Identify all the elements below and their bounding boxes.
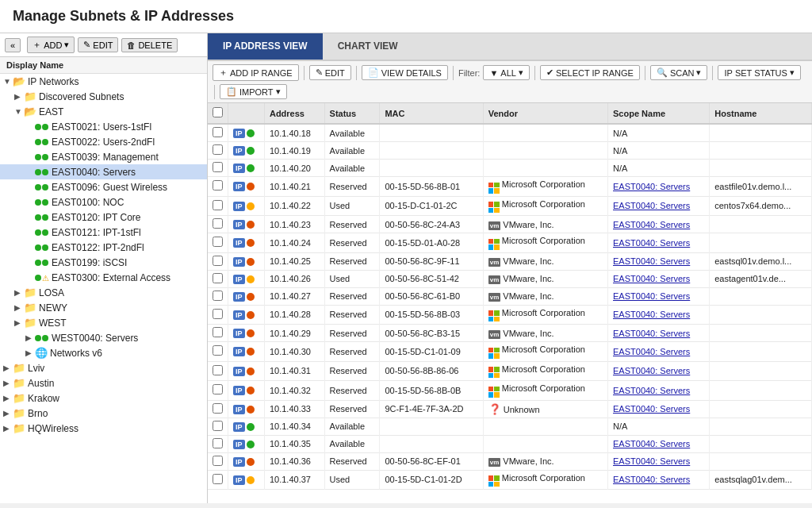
column-header-0 (208, 103, 228, 124)
row-checkbox[interactable] (213, 144, 223, 155)
collapse-button[interactable]: « (5, 38, 21, 52)
delete-button[interactable]: 🗑 DELETE (121, 38, 178, 52)
sidebar-item-hqwireless[interactable]: ▶📁HQWireless (0, 421, 207, 436)
all-filter-button[interactable]: ▼ ALL ▾ (483, 65, 529, 80)
row-checkbox[interactable] (213, 345, 223, 356)
add-ip-range-button[interactable]: ＋ ADD IP RANGE (213, 64, 299, 81)
ip-badge: IP (233, 422, 245, 432)
row-checkbox[interactable] (213, 365, 223, 375)
row-checkbox[interactable] (213, 327, 223, 337)
row-checkbox[interactable] (213, 438, 223, 448)
scope-link[interactable]: EAST0040: Servers (613, 404, 690, 414)
sidebar-item-brno[interactable]: ▶📁Brno (0, 406, 207, 421)
scope-link[interactable]: EAST0040: Servers (613, 182, 690, 191)
ip-badge: IP (233, 202, 245, 211)
scan-button[interactable]: 🔍 SCAN ▾ (650, 65, 708, 80)
scope-link[interactable]: EAST0040: Servers (613, 475, 690, 484)
sidebar-item-east0096[interactable]: EAST0096: Guest Wireless (0, 179, 207, 194)
scope-link[interactable]: EAST0040: Servers (613, 347, 690, 356)
scope-link[interactable]: EAST0040: Servers (613, 201, 690, 210)
scope-cell[interactable]: EAST0040: Servers (608, 342, 710, 362)
sidebar-item-east0300[interactable]: ⚠EAST0300: External Access (0, 270, 207, 285)
sidebar-item-austin[interactable]: ▶📁Austin (0, 375, 207, 391)
ip-status-cell: IP (228, 470, 265, 490)
sidebar-item-newy[interactable]: ▶📁NEWY (0, 300, 207, 315)
sidebar-item-lviv[interactable]: ▶📁Lviv (0, 360, 207, 375)
scope-cell[interactable]: EAST0040: Servers (608, 216, 710, 233)
row-checkbox[interactable] (213, 200, 223, 210)
row-checkbox[interactable] (213, 474, 223, 484)
row-checkbox[interactable] (213, 456, 223, 466)
row-checkbox[interactable] (213, 421, 223, 431)
sidebar-item-east0199[interactable]: EAST0199: iSCSI (0, 255, 207, 270)
row-checkbox[interactable] (213, 180, 223, 190)
row-checkbox[interactable] (213, 403, 223, 414)
scope-cell[interactable]: EAST0040: Servers (608, 400, 710, 418)
import-button[interactable]: 📋 IMPORT ▾ (220, 84, 287, 99)
scope-link[interactable]: EAST0040: Servers (613, 439, 690, 448)
sidebar-item-krakow[interactable]: ▶📁Krakow (0, 391, 207, 406)
sidebar-item-ip-networks[interactable]: ▼📂IP Networks (0, 74, 207, 89)
scope-cell[interactable]: EAST0040: Servers (608, 287, 710, 305)
sidebar-item-east0121[interactable]: EAST0121: IPT-1stFl (0, 225, 207, 240)
edit-ip-button[interactable]: ✎ EDIT (309, 65, 351, 80)
scope-cell[interactable]: EAST0040: Servers (608, 196, 710, 216)
content-toolbar: ＋ ADD IP RANGE ✎ EDIT 📄 VIEW DETAILS Fil… (208, 61, 812, 103)
sidebar-item-east[interactable]: ▼📂EAST (0, 104, 207, 119)
scope-link[interactable]: EAST0040: Servers (613, 310, 690, 319)
row-checkbox[interactable] (213, 256, 223, 266)
scope-link[interactable]: EAST0040: Servers (613, 329, 690, 338)
scope-cell[interactable]: EAST0040: Servers (608, 435, 710, 452)
row-checkbox[interactable] (213, 218, 223, 229)
sidebar-item-east0100[interactable]: EAST0100: NOC (0, 194, 207, 210)
scope-cell[interactable]: EAST0040: Servers (608, 270, 710, 287)
scope-link[interactable]: EAST0040: Servers (613, 238, 690, 248)
scope-link[interactable]: EAST0040: Servers (613, 366, 690, 375)
select-all-checkbox[interactable] (213, 107, 223, 117)
scope-cell[interactable]: EAST0040: Servers (608, 452, 710, 470)
sidebar-item-networks-v6[interactable]: ▶🌐Networks v6 (0, 345, 207, 360)
row-checkbox[interactable] (213, 237, 223, 247)
sidebar-item-east0120[interactable]: EAST0120: IPT Core (0, 210, 207, 225)
scope-link[interactable]: EAST0040: Servers (613, 386, 690, 395)
row-checkbox[interactable] (213, 127, 223, 137)
scope-cell[interactable]: EAST0040: Servers (608, 470, 710, 490)
add-button[interactable]: ＋ ADD ▾ (27, 37, 75, 53)
tab-ip-address-view[interactable]: IP ADDRESS VIEW (208, 33, 323, 60)
row-checkbox[interactable] (213, 384, 223, 394)
scope-link[interactable]: EAST0040: Servers (613, 456, 690, 466)
scope-link[interactable]: EAST0040: Servers (613, 256, 690, 266)
tab-chart-view[interactable]: CHART VIEW (323, 33, 413, 60)
filter-icon: ▼ (489, 68, 498, 78)
row-checkbox[interactable] (213, 273, 223, 283)
view-details-button[interactable]: 📄 VIEW DETAILS (362, 65, 448, 80)
sidebar-item-east0122[interactable]: EAST0122: IPT-2ndFl (0, 240, 207, 255)
sidebar-item-west0040[interactable]: ▶WEST0040: Servers (0, 330, 207, 345)
scope-link[interactable]: EAST0040: Servers (613, 274, 690, 283)
set-status-button[interactable]: IP SET STATUS ▾ (718, 65, 800, 80)
sidebar-item-east0022[interactable]: EAST0022: Users-2ndFl (0, 134, 207, 149)
scope-cell[interactable]: EAST0040: Servers (608, 361, 710, 381)
sidebar-item-discovered-subnets[interactable]: ▶📁Discovered Subnets (0, 89, 207, 104)
row-checkbox[interactable] (213, 162, 223, 172)
scope-link[interactable]: EAST0040: Servers (613, 220, 690, 229)
select-ip-range-button[interactable]: ✔ SELECT IP RANGE (540, 65, 640, 80)
row-checkbox[interactable] (213, 291, 223, 301)
sidebar-item-east0021[interactable]: EAST0021: Users-1stFl (0, 119, 207, 134)
scope-cell[interactable]: EAST0040: Servers (608, 305, 710, 325)
scope-cell[interactable]: EAST0040: Servers (608, 233, 710, 253)
row-checkbox[interactable] (213, 309, 223, 319)
status-dot-icon (247, 202, 255, 210)
hostname-cell (710, 400, 812, 418)
scope-cell[interactable]: EAST0040: Servers (608, 325, 710, 342)
sidebar-item-losa[interactable]: ▶📁LOSA (0, 285, 207, 300)
scope-cell[interactable]: EAST0040: Servers (608, 252, 710, 270)
separator (712, 66, 713, 80)
scope-link[interactable]: EAST0040: Servers (613, 291, 690, 301)
edit-button[interactable]: ✎ EDIT (78, 37, 118, 52)
sidebar-item-east0039[interactable]: EAST0039: Management (0, 149, 207, 164)
scope-cell[interactable]: EAST0040: Servers (608, 177, 710, 197)
sidebar-item-west[interactable]: ▶📁WEST (0, 315, 207, 330)
scope-cell[interactable]: EAST0040: Servers (608, 381, 710, 401)
sidebar-item-east0040[interactable]: EAST0040: Servers (0, 164, 207, 179)
